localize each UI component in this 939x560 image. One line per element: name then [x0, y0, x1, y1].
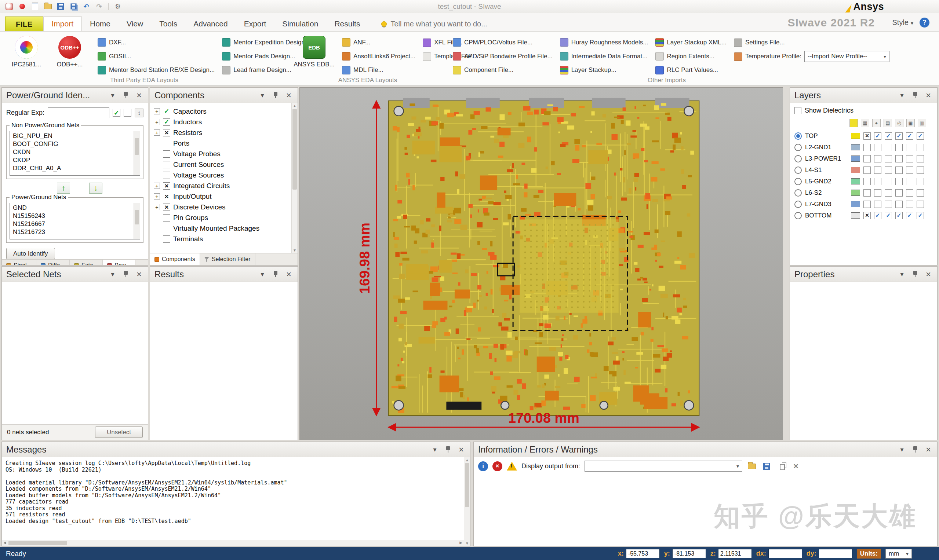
tree-item-checkbox[interactable] [163, 193, 170, 200]
ribbon-tab[interactable]: View [119, 17, 151, 31]
pin-icon[interactable] [911, 91, 919, 100]
layer-color-swatch[interactable] [851, 144, 860, 150]
ribbon-item[interactable]: AnsoftLinks6 Project... [342, 51, 415, 62]
close-icon[interactable] [284, 91, 293, 100]
layer-checkbox[interactable] [895, 155, 903, 163]
sort-icon[interactable] [135, 109, 143, 117]
layer-checkbox[interactable] [874, 189, 881, 197]
pin-icon[interactable] [271, 270, 280, 279]
layer-color-swatch[interactable] [851, 201, 860, 207]
ribbon-item[interactable]: ANF... [342, 37, 415, 48]
chevron-down-icon[interactable] [108, 270, 117, 279]
layer-checkbox[interactable] [917, 132, 924, 140]
redo-icon[interactable]: ↷ [94, 2, 104, 11]
layer-checkbox[interactable] [885, 178, 892, 185]
net-list-item[interactable]: CKDP [11, 156, 133, 164]
coordinate-input[interactable] [819, 549, 853, 558]
tree-item-checkbox[interactable] [163, 108, 170, 115]
ribbon-tab[interactable]: Tools [151, 17, 185, 31]
layer-checkbox[interactable] [863, 155, 871, 163]
net-list-item[interactable]: DDR_CH0_A0_A [11, 164, 133, 172]
layer-checkbox[interactable] [874, 144, 881, 151]
tree-item[interactable]: + Discrete Devices [154, 202, 290, 212]
tree-item-checkbox[interactable] [163, 161, 170, 168]
layer-radio[interactable] [794, 144, 802, 151]
layer-checkbox[interactable] [906, 212, 913, 219]
layer-color-swatch[interactable] [851, 212, 860, 218]
close-icon[interactable] [457, 445, 466, 454]
vias-icon[interactable]: ◎ [895, 119, 904, 127]
regular-exp-input[interactable] [48, 108, 109, 118]
pgi-tab[interactable]: Singl... [2, 260, 36, 266]
tree-item[interactable]: Voltage Sources [154, 170, 290, 180]
chevron-down-icon[interactable] [258, 91, 267, 100]
layer-color-swatch[interactable] [851, 167, 860, 173]
pin-icon[interactable] [271, 91, 280, 100]
layout-view[interactable]: 169.98 mm 170.08 mm [299, 87, 783, 440]
move-down-button[interactable] [89, 183, 102, 194]
layer-radio[interactable] [794, 178, 802, 185]
net-list-item[interactable]: GND [11, 204, 133, 212]
layer-color-swatch[interactable] [851, 189, 860, 196]
pin-icon[interactable] [122, 270, 130, 279]
close-icon[interactable] [135, 91, 143, 100]
layer-checkbox[interactable] [917, 201, 924, 208]
save-log-icon[interactable] [762, 461, 772, 471]
style-menu[interactable]: Style [893, 18, 914, 27]
close-icon[interactable] [924, 445, 933, 454]
layer-checkbox[interactable] [863, 212, 871, 219]
expander-icon[interactable]: + [154, 119, 160, 125]
tree-item-checkbox[interactable] [163, 140, 170, 147]
ribbon-large-button[interactable]: IPC2581... [6, 35, 47, 75]
layer-radio[interactable] [794, 132, 802, 140]
scrollbar-vertical[interactable]: ▲▼ [464, 457, 470, 546]
pin-icon[interactable] [444, 445, 452, 454]
pin-icon[interactable] [911, 445, 919, 454]
ribbon-item[interactable]: Layer Stackup... [560, 65, 648, 75]
layer-checkbox[interactable] [874, 212, 881, 219]
save-all-icon[interactable] [69, 2, 78, 11]
layer-checkbox[interactable] [885, 212, 892, 219]
layer-checkbox[interactable] [863, 132, 871, 140]
ribbon-item[interactable]: Layer Stackup XML... [655, 37, 726, 48]
tab-file[interactable]: FILE [5, 17, 43, 31]
record-icon[interactable] [17, 2, 27, 11]
case-sensitive-checkbox[interactable] [124, 109, 131, 117]
expander-icon[interactable]: + [154, 193, 160, 200]
tree-item[interactable]: + Resistors [154, 127, 290, 138]
chevron-down-icon[interactable] [430, 445, 439, 454]
layer-checkbox[interactable] [895, 189, 903, 197]
ribbon-tab[interactable]: Simulation [274, 17, 326, 31]
clear-icon[interactable] [791, 461, 801, 471]
ribbon-tab[interactable]: Advanced [185, 17, 236, 31]
active-color-icon[interactable] [850, 119, 858, 127]
display-output-select[interactable] [584, 461, 742, 472]
layer-checkbox[interactable] [895, 166, 903, 174]
tree-item-checkbox[interactable] [163, 172, 170, 179]
selected-nets-list[interactable] [2, 282, 148, 424]
layer-checkbox[interactable] [863, 178, 871, 185]
tell-me-search-input[interactable] [390, 20, 523, 28]
layer-checkbox[interactable] [874, 166, 881, 174]
components-tab[interactable]: Selection Filter [200, 254, 255, 265]
coordinate-input[interactable] [718, 549, 752, 558]
app-icon[interactable] [5, 2, 14, 11]
net-list-item[interactable]: N15216723 [11, 228, 133, 236]
tree-item-checkbox[interactable] [163, 225, 170, 232]
tree-item[interactable]: Virtually Mounted Packages [154, 223, 290, 234]
layer-checkbox[interactable] [863, 201, 871, 208]
tree-item[interactable]: Pin Groups [154, 212, 290, 223]
layer-checkbox[interactable] [906, 155, 913, 163]
ribbon-item[interactable]: Region Extents... [655, 51, 726, 62]
layer-radio[interactable] [794, 212, 802, 219]
layer-checkbox[interactable] [917, 189, 924, 197]
layer-checkbox[interactable] [895, 178, 903, 185]
net-list-item[interactable]: CKDN [11, 148, 133, 156]
layer-checkbox[interactable] [906, 144, 913, 151]
tree-item-checkbox[interactable] [163, 214, 170, 222]
settings-icon[interactable]: ⚙ [113, 2, 123, 11]
chevron-down-icon[interactable] [258, 270, 267, 279]
layer-checkbox[interactable] [917, 166, 924, 174]
layer-checkbox[interactable] [874, 178, 881, 185]
ribbon-item[interactable]: GDSII... [98, 51, 215, 62]
